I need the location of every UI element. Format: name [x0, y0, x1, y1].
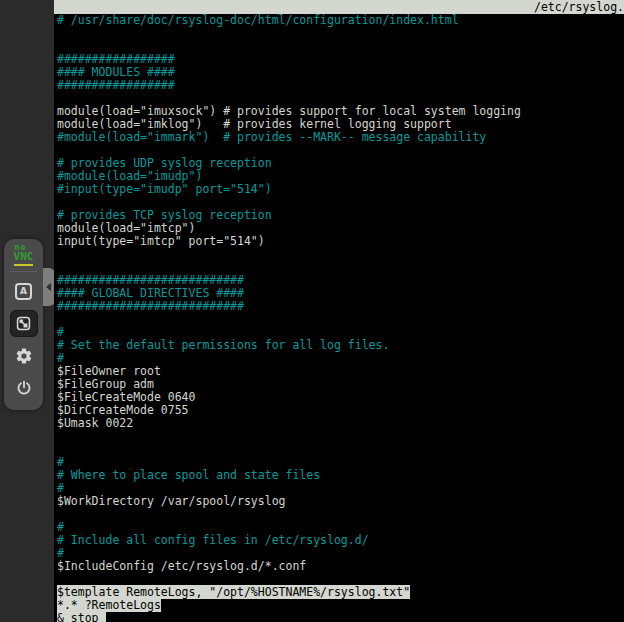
editor-content[interactable]: # /usr/share/doc/rsyslog-doc/html/config… [54, 14, 624, 622]
editor-line: $DirCreateMode 0755 [57, 404, 624, 417]
panel-divider [10, 271, 37, 272]
editor-line: $IncludeConfig /etc/rsyslog.d/*.conf [57, 560, 624, 573]
editor-line: # Include all config files in /etc/rsysl… [57, 534, 624, 547]
editor-line: # Where to place spool and state files [57, 469, 624, 482]
novnc-logo-bottom: VNC [14, 251, 34, 266]
power-icon [15, 379, 33, 397]
keyboard-button[interactable]: A [10, 278, 38, 305]
editor-line: & stop [57, 612, 624, 622]
novnc-logo: no VNC [14, 244, 34, 266]
editor-line: $Umask 0022 [57, 417, 624, 430]
editor-line: ########################### [57, 300, 624, 313]
fullscreen-button[interactable] [10, 310, 38, 337]
editor-line [57, 430, 624, 443]
editor-line: # Set the default permissions for all lo… [57, 339, 624, 352]
editor-line [57, 508, 624, 521]
editor-line: $WorkDirectory /var/spool/rsyslog [57, 495, 624, 508]
nano-titlebar: GNU nano 7.2 /etc/rsyslog. [54, 0, 624, 14]
editor-line [57, 313, 624, 326]
editor-line [57, 27, 624, 40]
editor-line: input(type="imtcp" port="514") [57, 235, 624, 248]
text-cursor [99, 612, 106, 622]
editor-line [57, 443, 624, 456]
keyboard-icon: A [15, 283, 32, 300]
fullscreen-icon [14, 314, 33, 333]
editor-line [57, 248, 624, 261]
gear-icon [15, 347, 33, 365]
power-button[interactable] [10, 374, 38, 401]
settings-button[interactable] [10, 342, 38, 369]
editor-line: #module(load="immark") # provides --MARK… [57, 131, 624, 144]
editor-line: *.* ?RemoteLogs [57, 599, 624, 612]
editor-line: #input(type="imudp" port="514") [57, 183, 624, 196]
terminal-display[interactable]: GNU nano 7.2 /etc/rsyslog. # /usr/share/… [54, 0, 624, 622]
nano-file-path: /etc/rsyslog. [534, 0, 624, 14]
novnc-control-bar: no VNC A [4, 239, 43, 410]
editor-line: # /usr/share/doc/rsyslog-doc/html/config… [57, 14, 624, 27]
editor-line: ################# [57, 79, 624, 92]
